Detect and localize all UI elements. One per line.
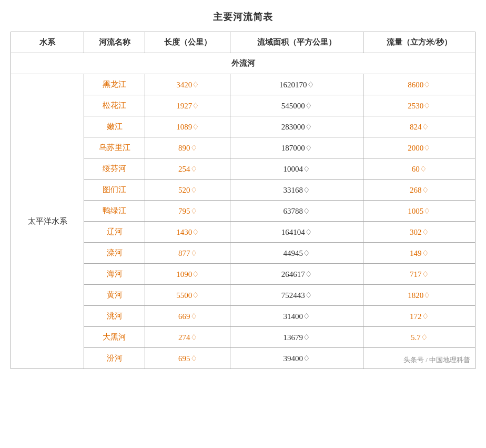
area-cell: 31400♢ — [230, 306, 363, 327]
area-cell: 545000♢ — [230, 95, 363, 116]
flow-cell: 268♢ — [363, 180, 475, 201]
length-cell: 877♢ — [145, 243, 230, 264]
watershed-cell: 太平洋水系 — [11, 74, 84, 369]
table-wrapper: 水系 河流名称 长度（公里） 流域面积（平方公里） 流量（立方米/秒） 外流河 … — [11, 32, 475, 369]
flow-cell: 2530♢ — [363, 95, 475, 116]
flow-cell: 824♢ — [363, 116, 475, 137]
river-name-cell: 洮河 — [84, 306, 145, 327]
area-cell: 164104♢ — [230, 222, 363, 243]
area-cell: 1620170♢ — [230, 74, 363, 95]
area-cell: 10004♢ — [230, 158, 363, 180]
river-name-cell: 大黑河 — [84, 327, 145, 348]
area-cell: 33168♢ — [230, 180, 363, 201]
length-cell: 890♢ — [145, 137, 230, 158]
page-title: 主要河流简表 — [11, 11, 475, 23]
river-name-cell: 乌苏里江 — [84, 137, 145, 158]
length-cell: 1089♢ — [145, 116, 230, 137]
river-name-cell: 海河 — [84, 264, 145, 285]
river-name-cell: 黄河 — [84, 285, 145, 306]
section-outer-row: 外流河 — [11, 53, 475, 74]
main-table: 水系 河流名称 长度（公里） 流域面积（平方公里） 流量（立方米/秒） 外流河 … — [11, 32, 475, 369]
header-area: 流域面积（平方公里） — [230, 32, 363, 53]
header-watershed: 水系 — [11, 32, 84, 53]
area-cell: 187000♢ — [230, 137, 363, 158]
flow-cell: 302♢ — [363, 222, 475, 243]
flow-cell: 172♢ — [363, 306, 475, 327]
length-cell: 1927♢ — [145, 95, 230, 116]
area-cell: 752443♢ — [230, 285, 363, 306]
area-cell: 44945♢ — [230, 243, 363, 264]
area-cell: 63788♢ — [230, 201, 363, 222]
flow-cell: 149♢ — [363, 243, 475, 264]
river-name-cell: 鸭绿江 — [84, 201, 145, 222]
flow-cell: 5.7♢ — [363, 327, 475, 348]
length-cell: 795♢ — [145, 201, 230, 222]
flow-cell: 8600♢ — [363, 74, 475, 95]
flow-cell: 1820♢ — [363, 285, 475, 306]
area-cell: 264617♢ — [230, 264, 363, 285]
length-cell: 1430♢ — [145, 222, 230, 243]
flow-cell: 60♢ — [363, 158, 475, 180]
flow-cell: 2000♢ — [363, 137, 475, 158]
header-length: 长度（公里） — [145, 32, 230, 53]
river-name-cell: 黑龙江 — [84, 74, 145, 95]
length-cell: 669♢ — [145, 306, 230, 327]
length-cell: 520♢ — [145, 180, 230, 201]
flow-cell — [363, 348, 475, 369]
header-river-name: 河流名称 — [84, 32, 145, 53]
section-outer-label: 外流河 — [11, 53, 475, 74]
river-name-cell: 滦河 — [84, 243, 145, 264]
table-row: 太平洋水系黑龙江3420♢1620170♢8600♢ — [11, 74, 475, 95]
length-cell: 695♢ — [145, 348, 230, 369]
river-name-cell: 辽河 — [84, 222, 145, 243]
header-row: 水系 河流名称 长度（公里） 流域面积（平方公里） 流量（立方米/秒） — [11, 32, 475, 53]
river-name-cell: 图们江 — [84, 180, 145, 201]
flow-cell: 1005♢ — [363, 201, 475, 222]
area-cell: 283000♢ — [230, 116, 363, 137]
length-cell: 254♢ — [145, 158, 230, 180]
length-cell: 1090♢ — [145, 264, 230, 285]
river-name-cell: 汾河 — [84, 348, 145, 369]
length-cell: 274♢ — [145, 327, 230, 348]
area-cell: 13679♢ — [230, 327, 363, 348]
flow-cell: 717♢ — [363, 264, 475, 285]
length-cell: 3420♢ — [145, 74, 230, 95]
river-name-cell: 绥芬河 — [84, 158, 145, 180]
area-cell: 39400♢ — [230, 348, 363, 369]
river-name-cell: 松花江 — [84, 95, 145, 116]
length-cell: 5500♢ — [145, 285, 230, 306]
header-flow: 流量（立方米/秒） — [363, 32, 475, 53]
river-name-cell: 嫩江 — [84, 116, 145, 137]
